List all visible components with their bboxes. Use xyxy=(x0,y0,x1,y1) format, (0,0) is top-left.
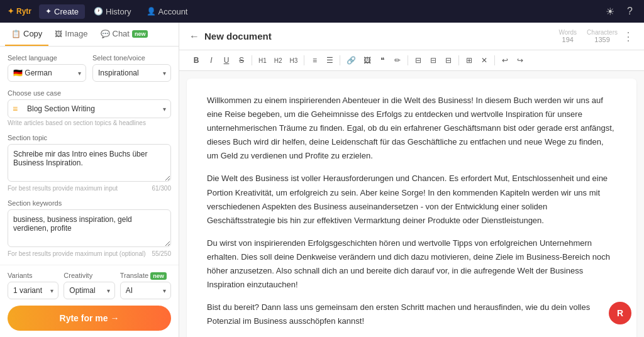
tab-copy[interactable]: 📋 Copy xyxy=(5,23,48,46)
content-header: ← New document Words 194 Characters 1359… xyxy=(179,23,644,50)
variants-row: Variants 1 variant 2 variants Creativity… xyxy=(8,272,171,299)
paragraph-4: Bist du bereit? Dann lass uns gemeinsam … xyxy=(207,301,616,328)
document-title: New document xyxy=(204,31,553,41)
editor-toolbar: B I U S H1 H2 H3 ≡ ☰ 🔗 🖼 ❝ ✏ ⊟ ⊟ ⊟ ⊞ ✕ ↩… xyxy=(179,50,644,71)
unordered-list-button[interactable]: ☰ xyxy=(323,54,336,67)
toolbar-divider-1 xyxy=(252,55,252,65)
translate-field: Translate new AI English xyxy=(120,272,171,299)
section-keywords-group: Section keywords business, business insp… xyxy=(8,199,171,257)
toolbar-divider-3 xyxy=(340,55,340,65)
language-select-wrapper: 🇩🇪 German 🇬🇧 English xyxy=(8,64,86,82)
language-select[interactable]: 🇩🇪 German 🇬🇧 English xyxy=(8,64,86,82)
tone-label: Select tone/voice xyxy=(92,54,171,62)
toolbar-divider-5 xyxy=(458,55,459,65)
h2-button[interactable]: H2 xyxy=(271,55,286,66)
language-label: Select language xyxy=(8,54,86,62)
back-button[interactable]: ← xyxy=(189,31,199,42)
logo-text: Rytr xyxy=(16,7,31,16)
variants-label: Variants xyxy=(8,272,58,279)
translate-label: Translate new xyxy=(120,272,171,279)
use-case-hint: Write articles based on section topics &… xyxy=(8,119,171,126)
chars-count: 1359 xyxy=(587,36,618,43)
section-keywords-label: Section keywords xyxy=(8,199,171,207)
section-keywords-char-count: 55/250 xyxy=(152,250,171,257)
translate-select[interactable]: AI English xyxy=(120,282,171,299)
nav-right-actions: ☀ ? xyxy=(602,3,636,20)
section-keywords-input[interactable]: business, business inspiration, geld ver… xyxy=(8,209,171,247)
italic-button[interactable]: I xyxy=(204,54,218,67)
chat-new-badge: new xyxy=(132,30,148,38)
align-right-button[interactable]: ⊟ xyxy=(441,54,455,67)
creativity-select[interactable]: Optimal Low High xyxy=(64,282,114,299)
section-topic-input[interactable]: Schreibe mir das Intro eines Buchs über … xyxy=(8,144,171,182)
create-icon: ✦ xyxy=(45,7,52,16)
tone-select[interactable]: Inspirational Professional xyxy=(92,64,171,82)
translate-select-wrapper: AI English xyxy=(120,282,171,299)
align-center-button[interactable]: ⊟ xyxy=(426,54,440,67)
avatar-button[interactable]: R xyxy=(609,302,631,324)
translate-new-badge: new xyxy=(150,272,167,280)
nav-create[interactable]: ✦ Create xyxy=(39,4,85,19)
tone-select-wrapper: Inspirational Professional xyxy=(92,64,171,82)
highlight-button[interactable]: ✏ xyxy=(391,54,404,67)
chat-tab-icon: 💬 xyxy=(101,30,110,38)
logo: ✦ Rytr xyxy=(8,7,31,16)
paragraph-2: Die Welt des Business ist voller Herausf… xyxy=(207,172,616,227)
section-topic-char-count: 61/300 xyxy=(152,185,171,192)
toolbar-divider-6 xyxy=(494,55,495,65)
more-options-button[interactable]: ⋮ xyxy=(623,30,634,43)
top-nav: ✦ Rytr ✦ Create 🕐 History 👤 Account ☀ ? xyxy=(0,0,644,23)
paragraph-3: Du wirst von inspirierenden Erfolgsgesch… xyxy=(207,236,616,292)
ryte-for-me-button[interactable]: Ryte for me → xyxy=(8,306,171,331)
variants-field: Variants 1 variant 2 variants xyxy=(8,272,58,299)
align-left-button[interactable]: ⊟ xyxy=(411,54,425,67)
image-button[interactable]: 🖼 xyxy=(360,54,374,67)
use-case-group: Choose use case Blog Section Writing Oth… xyxy=(8,89,171,126)
word-count-display: Words 194 xyxy=(558,29,577,43)
sidebar: 📋 Copy 🖼 Image 💬 Chat new Select languag… xyxy=(0,23,179,337)
creativity-field: Creativity Optimal Low High xyxy=(64,272,114,299)
use-case-select[interactable]: Blog Section Writing Other xyxy=(8,99,171,118)
bold-button[interactable]: B xyxy=(189,54,203,67)
image-tab-icon: 🖼 xyxy=(55,30,62,38)
language-tone-row: Select language 🇩🇪 German 🇬🇧 English Sel… xyxy=(8,54,171,82)
variants-select[interactable]: 1 variant 2 variants xyxy=(8,282,58,299)
avatar-letter: R xyxy=(617,308,623,318)
paragraph-1: Willkommen zu einem inspirierenden Abent… xyxy=(207,94,616,163)
sun-icon-button[interactable]: ☀ xyxy=(602,3,618,20)
clear-format-button[interactable]: ✕ xyxy=(477,54,491,67)
undo-button[interactable]: ↩ xyxy=(498,54,512,67)
history-icon: 🕐 xyxy=(94,7,103,16)
tone-field: Select tone/voice Inspirational Professi… xyxy=(92,54,171,82)
quote-button[interactable]: ❝ xyxy=(375,54,389,67)
logo-icon: ✦ xyxy=(8,7,14,16)
redo-button[interactable]: ↪ xyxy=(513,54,527,67)
toolbar-divider-4 xyxy=(408,55,408,65)
main-layout: 📋 Copy 🖼 Image 💬 Chat new Select languag… xyxy=(0,23,644,337)
sidebar-tabs: 📋 Copy 🖼 Image 💬 Chat new xyxy=(0,23,179,47)
help-icon-button[interactable]: ? xyxy=(623,3,636,20)
bottom-controls: Variants 1 variant 2 variants Creativity… xyxy=(0,265,179,337)
strikethrough-button[interactable]: S xyxy=(235,54,248,67)
section-topic-label: Section topic xyxy=(8,134,171,141)
h3-button[interactable]: H3 xyxy=(287,55,301,66)
section-keywords-hint: For best results provide maximum input (… xyxy=(8,250,146,257)
section-topic-group: Section topic Schreibe mir das Intro ein… xyxy=(8,134,171,192)
table-button[interactable]: ⊞ xyxy=(462,54,476,67)
variants-select-wrapper: 1 variant 2 variants xyxy=(8,282,58,299)
tab-image[interactable]: 🖼 Image xyxy=(48,23,94,46)
ordered-list-button[interactable]: ≡ xyxy=(308,54,321,67)
tab-chat[interactable]: 💬 Chat new xyxy=(94,23,155,46)
nav-history[interactable]: 🕐 History xyxy=(87,4,137,19)
underline-button[interactable]: U xyxy=(219,54,233,67)
language-field: Select language 🇩🇪 German 🇬🇧 English xyxy=(8,54,86,82)
chars-label: Characters xyxy=(587,29,618,36)
char-count-display: Characters 1359 xyxy=(587,29,618,43)
link-button[interactable]: 🔗 xyxy=(343,54,359,67)
h1-button[interactable]: H1 xyxy=(255,55,270,66)
nav-account[interactable]: 👤 Account xyxy=(140,4,194,19)
section-topic-hint: For best results provide maximum input xyxy=(8,185,118,192)
sidebar-content: Select language 🇩🇪 German 🇬🇧 English Sel… xyxy=(0,47,179,265)
creativity-label: Creativity xyxy=(64,272,114,279)
editor-body[interactable]: Willkommen zu einem inspirierenden Abent… xyxy=(187,79,636,337)
